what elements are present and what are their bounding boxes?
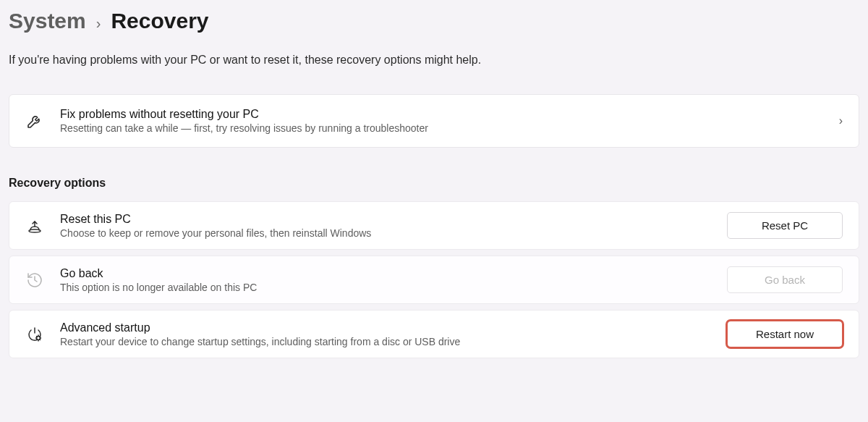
- chevron-right-icon: ›: [96, 15, 101, 32]
- history-icon: [25, 271, 44, 290]
- fix-problems-card[interactable]: Fix problems without resetting your PC R…: [9, 94, 859, 148]
- recovery-options-heading: Recovery options: [9, 177, 859, 190]
- svg-point-0: [29, 229, 41, 232]
- go-back-card: Go back This option is no longer availab…: [9, 256, 859, 304]
- reset-pc-sub: Choose to keep or remove your personal f…: [60, 227, 711, 239]
- advanced-startup-card: Advanced startup Restart your device to …: [9, 310, 859, 358]
- page-description: If you're having problems with your PC o…: [9, 54, 859, 67]
- reset-icon: [25, 216, 44, 235]
- restart-now-button[interactable]: Restart now: [727, 321, 843, 347]
- go-back-button: Go back: [727, 266, 843, 293]
- breadcrumb: System › Recovery: [9, 9, 859, 33]
- wrench-icon: [25, 111, 44, 130]
- breadcrumb-parent[interactable]: System: [9, 9, 86, 33]
- advanced-startup-title: Advanced startup: [60, 321, 711, 334]
- breadcrumb-current: Recovery: [111, 9, 208, 33]
- reset-pc-button[interactable]: Reset PC: [727, 212, 843, 239]
- chevron-right-icon: ›: [839, 114, 843, 127]
- reset-pc-title: Reset this PC: [60, 213, 711, 226]
- advanced-startup-sub: Restart your device to change startup se…: [60, 336, 711, 347]
- reset-pc-card: Reset this PC Choose to keep or remove y…: [9, 201, 859, 250]
- power-gear-icon: [25, 325, 44, 344]
- fix-problems-sub: Resetting can take a while — first, try …: [60, 122, 823, 134]
- fix-problems-title: Fix problems without resetting your PC: [60, 108, 823, 121]
- go-back-sub: This option is no longer available on th…: [60, 282, 711, 293]
- go-back-title: Go back: [60, 267, 711, 280]
